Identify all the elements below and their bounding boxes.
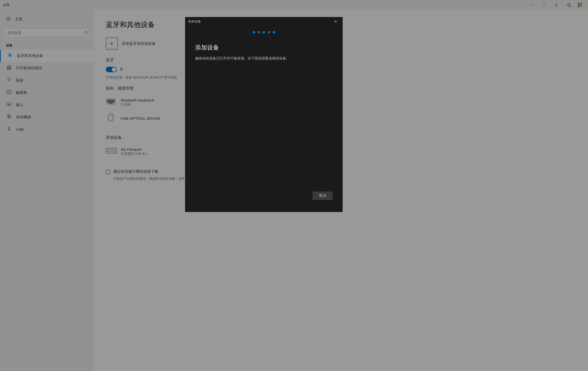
modal-body: 添加设备 确保你的设备已打开并可被发现。在下面选择要连接的设备。 取消	[185, 36, 343, 212]
modal-title-text: 添加设备	[188, 19, 201, 24]
modal-footer: 取消	[195, 188, 333, 204]
scan-dot-3	[263, 31, 265, 34]
modal-heading: 添加设备	[195, 44, 333, 52]
scan-dot-1	[253, 31, 255, 34]
modal-close-button[interactable]: ✕	[332, 18, 340, 25]
scan-dot-5	[273, 31, 275, 34]
modal-cancel-button[interactable]: 取消	[313, 192, 333, 200]
scan-dot-4	[268, 31, 270, 34]
modal-titlebar: 添加设备 ✕	[185, 17, 343, 26]
modal-description: 确保你的设备已打开并可被发现。在下面选择要连接的设备。	[195, 56, 333, 61]
scanning-animation	[185, 26, 343, 36]
add-device-modal: 添加设备 ✕ 添加设备 确保你的设备已打开并可被发现。在下面选择要连接的设备。 …	[185, 17, 343, 212]
scan-dot-2	[258, 31, 260, 34]
